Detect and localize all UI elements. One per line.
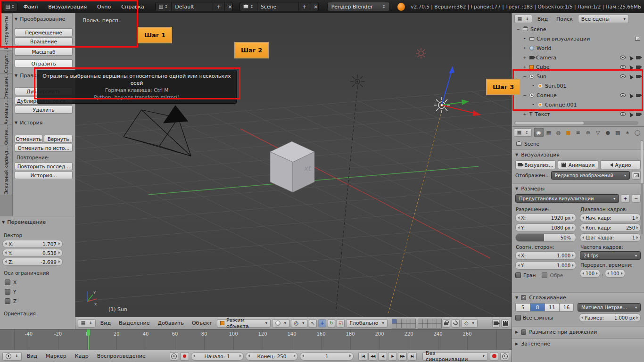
tab-tools[interactable]: Инструменты — [0, 14, 12, 51]
mirror-button[interactable]: Отразить — [15, 59, 73, 67]
checkbox-z[interactable] — [5, 298, 10, 304]
camera-object[interactable] — [124, 106, 191, 156]
remap-old-field[interactable]: 100 — [580, 269, 600, 278]
preview-range-button[interactable] — [170, 352, 179, 361]
scene-name-field[interactable]: Scene — [257, 2, 299, 11]
layer-cell[interactable] — [411, 323, 416, 329]
antialiasing-section-header[interactable]: ▼ ✓ Сглаживание — [512, 292, 644, 302]
delete-button[interactable]: Удалить — [15, 106, 73, 114]
editor-type-button[interactable]: ↕ — [514, 15, 532, 23]
scene-delete-button[interactable]: × — [310, 2, 319, 11]
scene-add-button[interactable]: + — [299, 2, 310, 11]
editor-type-button[interactable]: ↕ — [2, 352, 22, 361]
outliner-row-sun-data[interactable]: •Sun.001 — [512, 81, 644, 90]
selectability-cursor-icon[interactable] — [628, 55, 634, 60]
visibility-eye-icon[interactable] — [620, 93, 626, 97]
outliner-row-solnce-data[interactable]: •Солнце.001 — [512, 100, 644, 109]
timeline-ruler[interactable]: -40 -20 0 20 40 60 80 100 120 140 160 18… — [0, 329, 512, 350]
menu-playback[interactable]: Воспроизведение — [94, 353, 149, 359]
menu-window[interactable]: Окно — [93, 4, 115, 10]
aspect-x-field[interactable]: X:1.000 — [515, 251, 576, 260]
jump-to-start-button[interactable]: |◀ — [358, 352, 367, 361]
opengl-render-image-button[interactable] — [492, 319, 500, 328]
snap-toggle-button[interactable] — [452, 319, 460, 328]
aa-filter-dropdown[interactable]: Митчелл-Нетрав...▾ — [578, 303, 641, 312]
tab-animation[interactable]: Анимаци... — [0, 99, 12, 124]
menu-help[interactable]: Справка — [117, 4, 148, 10]
expander-icon[interactable]: − — [516, 27, 520, 32]
properties-scrollbar[interactable] — [641, 140, 643, 234]
sync-dropdown[interactable]: Без синхронизации▾ — [422, 352, 488, 361]
menu-view[interactable]: Вид — [97, 320, 114, 326]
outliner-row-camera[interactable]: +Camera — [512, 53, 644, 62]
antialiasing-checkbox[interactable]: ✓ — [521, 295, 526, 300]
renderability-camera-icon[interactable] — [636, 66, 640, 69]
dimensions-section-header[interactable]: ▼Размеры — [512, 183, 644, 193]
translate-manipulator-button[interactable]: + — [318, 319, 326, 328]
outliner-row-renderlayers[interactable]: •Слои визуализации — [512, 34, 644, 43]
border-checkbox[interactable] — [515, 272, 521, 278]
visibility-eye-icon[interactable] — [620, 65, 626, 69]
play-button[interactable]: ▶ — [388, 352, 397, 361]
resolution-x-field[interactable]: X:1920 px — [515, 214, 576, 222]
texture-tab-icon[interactable]: ▩ — [613, 128, 622, 137]
aa-samples-11-button[interactable]: 11 — [545, 303, 559, 312]
end-frame-field[interactable]: Кон. кадр:250 — [580, 223, 641, 232]
play-reverse-button[interactable]: ◀ — [378, 352, 387, 361]
layer-cell[interactable] — [437, 323, 442, 329]
layout-delete-button[interactable]: × — [225, 2, 233, 11]
frame-step-field[interactable]: Шаг кадра:1 — [580, 233, 641, 242]
redo-button[interactable]: Вернуть — [44, 135, 73, 143]
keying-set-button[interactable] — [180, 352, 189, 361]
checkbox-y[interactable] — [5, 289, 10, 295]
vector-y-field[interactable]: Y:0.538 — [2, 249, 63, 257]
row-label[interactable]: Scene — [530, 26, 546, 33]
display-scope-dropdown[interactable]: Все сцены▾ — [578, 15, 629, 23]
aa-size-field[interactable]: Размер:1.000 px — [579, 313, 641, 322]
snap-element-dropdown[interactable]: ◇▾ — [461, 319, 477, 328]
tab-grease-pencil[interactable]: Эскизный каранд... — [0, 146, 12, 195]
expander-icon[interactable]: + — [522, 65, 527, 69]
transform-panel-header[interactable]: ▼Преобразование — [15, 16, 65, 22]
motion-blur-section-header[interactable]: ▶ Размытие при движении — [512, 327, 644, 337]
lamp-object-top[interactable] — [416, 48, 426, 58]
translate-button[interactable]: Перемещение — [15, 28, 73, 36]
outliner-row-cube[interactable]: +Cube — [512, 62, 644, 72]
lamp-object-mid[interactable] — [350, 74, 364, 89]
visibility-eye-icon[interactable] — [620, 112, 626, 116]
cube-object[interactable]: xt — [270, 141, 314, 192]
crop-checkbox[interactable] — [542, 272, 547, 278]
mode-dropdown[interactable]: Режим объекта▾ — [217, 319, 271, 328]
orientation-dropdown[interactable]: Глобально▾ — [346, 319, 387, 328]
record-button[interactable] — [490, 352, 499, 361]
undo-button[interactable]: Отменить — [15, 135, 43, 143]
expander-icon[interactable]: − — [522, 74, 527, 79]
menu-frame[interactable]: Кадр — [72, 353, 92, 359]
selectability-cursor-icon[interactable] — [628, 74, 634, 79]
outliner-row-world[interactable]: •World — [512, 43, 644, 53]
manipulator-toggle-button[interactable]: ↖ — [309, 319, 317, 328]
start-frame-field[interactable]: Начало:1 — [191, 352, 244, 361]
previous-keyframe-button[interactable]: ◀◀ — [368, 352, 377, 361]
renderability-camera-icon[interactable] — [636, 75, 640, 78]
menu-view[interactable]: Вид — [534, 16, 551, 22]
vector-x-field[interactable]: X:1.707 — [2, 240, 63, 248]
render-presets-dropdown[interactable]: Предустановки визуализации▾ — [515, 194, 619, 203]
menu-render[interactable]: Визуализация — [44, 4, 91, 10]
checkbox-x[interactable] — [5, 280, 10, 285]
tab-relations[interactable]: Отношен... — [0, 74, 12, 99]
outliner-scrollbar[interactable] — [514, 121, 638, 125]
motion-blur-checkbox[interactable] — [521, 329, 526, 335]
3d-viewport[interactable]: xt — [75, 13, 512, 317]
menu-marker[interactable]: Маркер — [42, 353, 70, 359]
scrollbar-thumb[interactable] — [515, 122, 584, 124]
data-tab-icon[interactable]: ▽ — [593, 128, 603, 137]
history-panel-header[interactable]: ▼История — [15, 120, 42, 126]
scene-tab-icon[interactable]: ▦ — [544, 128, 553, 137]
current-frame-handle[interactable] — [87, 329, 90, 336]
vector-z-field[interactable]: Z:-2.699 — [2, 258, 63, 266]
render-image-button[interactable]: Визуализ... — [515, 160, 556, 169]
selectability-cursor-icon[interactable] — [628, 92, 634, 98]
editor-type-button[interactable]: ↕ — [514, 128, 532, 137]
editor-type-button[interactable]: ↕ — [3, 2, 17, 11]
